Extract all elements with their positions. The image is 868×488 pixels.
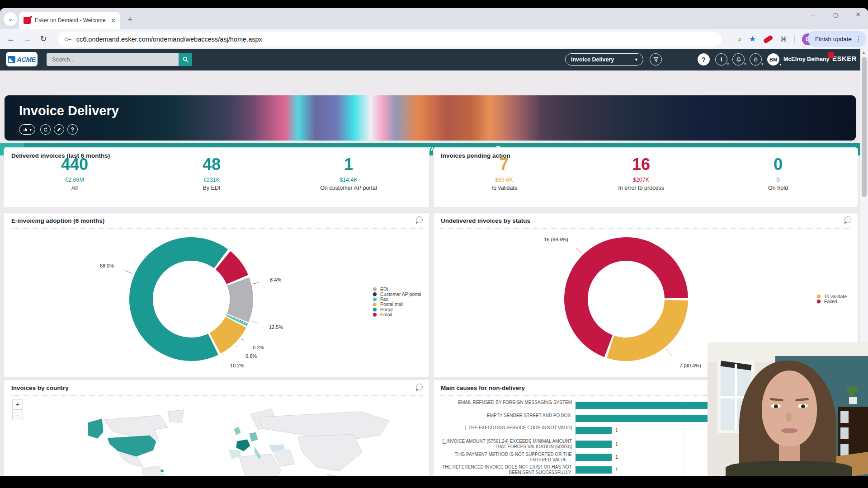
panel-title: Invoices by country xyxy=(11,385,69,391)
url-bar[interactable]: ⊜– cc6.ondemand.esker.com/ondemand/webac… xyxy=(58,32,722,47)
bar-category-label: EMPTY SENDER STREET AND PO BOX. xyxy=(440,413,572,418)
refresh-button[interactable] xyxy=(40,124,51,135)
chart-type-button[interactable]: ▾ xyxy=(19,124,35,135)
legend-label[interactable]: Portal xyxy=(380,307,392,312)
window-close-button[interactable]: ✕ xyxy=(855,11,861,18)
donut-slice-edi[interactable] xyxy=(227,277,253,323)
kpi-value: 7 xyxy=(441,156,567,173)
adoption-donut-chart[interactable]: 8.4%12.5%0.2%0.6%10.2%68.0%EDICustomer A… xyxy=(4,229,429,377)
legend-label[interactable]: Customer AP portal xyxy=(380,291,421,297)
bar-value: 1 xyxy=(615,454,618,460)
search-input[interactable] xyxy=(47,53,179,66)
tab-close-icon[interactable]: ✕ xyxy=(111,17,116,24)
bar[interactable] xyxy=(576,415,720,422)
scrollbar-thumb[interactable] xyxy=(862,57,867,197)
donut-callout: 12.5% xyxy=(269,324,283,330)
letterbox-bottom xyxy=(0,476,868,488)
esker-favicon-icon xyxy=(24,17,31,24)
window-maximize-button[interactable]: ▢ xyxy=(833,12,838,18)
notifications-button[interactable]: ▾ xyxy=(732,53,745,66)
dashboard-banner: Invoice Delivery ▾ ? xyxy=(5,95,856,141)
kpi-metric[interactable]: 48€231KBy EDI xyxy=(148,156,275,191)
donut-slice-portal[interactable] xyxy=(129,237,228,361)
acme-logo[interactable]: ACME xyxy=(6,52,38,66)
kpi-value: 16 xyxy=(578,156,704,173)
legend-dot xyxy=(373,287,377,291)
bar[interactable] xyxy=(576,441,612,448)
kpi-label: On hold xyxy=(715,185,841,191)
bar[interactable] xyxy=(576,466,612,474)
comment-bubble-icon[interactable] xyxy=(416,216,423,223)
legend-dot xyxy=(373,292,377,296)
legend-label[interactable]: Email xyxy=(380,312,392,317)
bar[interactable] xyxy=(576,402,720,409)
kpi-metric[interactable]: 00On hold xyxy=(715,156,841,191)
divider xyxy=(10,395,423,396)
legend-label[interactable]: Postal mail xyxy=(380,301,403,307)
info-button[interactable]: i ▾ xyxy=(715,53,727,66)
banner-help-button[interactable]: ? xyxy=(67,124,78,135)
map-zoom-out-button[interactable]: - xyxy=(12,409,23,420)
callout-line xyxy=(576,248,581,253)
help-button[interactable]: ? xyxy=(698,53,710,66)
kpi-amount: $14.4K xyxy=(285,177,412,183)
bar-category-label: EMAIL REFUSED BY FOREIGN MESSAGING SYSTE… xyxy=(440,400,572,405)
comment-bubble-icon[interactable] xyxy=(416,384,423,390)
kpi-metric[interactable]: 440€2.66MAll xyxy=(11,156,138,191)
webcam-overlay xyxy=(708,343,868,478)
callout-line xyxy=(224,355,224,356)
extensions-puzzle-icon[interactable]: ⌘ xyxy=(780,35,787,43)
comment-bubble-icon[interactable] xyxy=(844,216,851,223)
bar[interactable] xyxy=(576,454,612,461)
kpi-label: In error to process xyxy=(578,185,704,191)
finish-update-button[interactable]: Finish update ⋮ xyxy=(808,31,866,47)
kpi-label: By EDI xyxy=(148,185,275,191)
site-settings-icon[interactable]: ⊜– xyxy=(64,36,71,42)
screen: ⌄ Esker on Demand - Welcome ✕ + – ▢ ✕ ← … xyxy=(0,0,868,488)
callout-line xyxy=(236,346,237,347)
filter-button[interactable] xyxy=(650,53,662,66)
kpi-metric[interactable]: 1$14.4KOn customer AP portal xyxy=(285,156,412,191)
country-map-panel: Invoices by country + - xyxy=(4,380,429,478)
edit-button[interactable] xyxy=(54,124,64,135)
legend-label[interactable]: Failed xyxy=(824,299,837,304)
bar-value: 1 xyxy=(615,427,618,433)
map-uk xyxy=(234,427,241,436)
pen-extension-icon[interactable] xyxy=(763,34,774,44)
new-tab-button[interactable]: + xyxy=(127,14,132,24)
scroll-up-icon[interactable]: ▲ xyxy=(862,50,866,55)
bar-category-label: [_THE EXECUTING SERVICE CODE IS NOT VALI… xyxy=(440,425,572,431)
map-germany xyxy=(249,432,258,442)
kpi-value: 440 xyxy=(11,156,138,173)
back-icon[interactable]: ← xyxy=(3,34,19,44)
legend-label[interactable]: Fax xyxy=(380,296,388,302)
bar-gridline xyxy=(648,401,648,478)
security-button[interactable]: ▾ xyxy=(750,53,762,66)
kpi-metric[interactable]: 7$89.6KTo validate xyxy=(441,156,567,191)
legend-label[interactable]: EDI xyxy=(380,286,388,292)
map-asia xyxy=(298,434,362,471)
kpi-metric[interactable]: 16$207KIn error to process xyxy=(578,156,704,191)
search-button[interactable] xyxy=(179,53,192,66)
bookmark-star-icon[interactable]: ★ xyxy=(749,34,756,44)
tab-title: Esker on Demand - Welcome xyxy=(35,17,108,23)
legend-dot xyxy=(373,297,377,301)
donut-slice-to-validate[interactable] xyxy=(607,300,688,361)
map-france xyxy=(236,439,250,451)
reload-icon[interactable]: ↻ xyxy=(35,34,52,44)
bar[interactable] xyxy=(576,427,612,434)
info-icon: i xyxy=(721,56,722,63)
world-map[interactable] xyxy=(45,398,415,478)
legend-label[interactable]: To validate xyxy=(824,294,847,299)
kpi-value: 0 xyxy=(715,156,841,173)
chrome-menu-icon[interactable]: ⋮ xyxy=(855,35,862,42)
view-selector-dropdown[interactable]: Invoice Delivery ▾ xyxy=(565,53,643,66)
tab-search-chevron-icon[interactable]: ⌄ xyxy=(4,12,17,26)
forward-icon[interactable]: → xyxy=(19,34,35,44)
zoom-icon[interactable]: ⌕ xyxy=(738,35,741,43)
browser-tab[interactable]: Esker on Demand - Welcome ✕ xyxy=(19,12,120,29)
donut-callout: 10.2% xyxy=(230,363,244,368)
window-minimize-button[interactable]: – xyxy=(811,11,815,18)
map-zoom-in-button[interactable]: + xyxy=(12,399,23,410)
user-avatar[interactable]: BM ▾ xyxy=(767,53,779,66)
